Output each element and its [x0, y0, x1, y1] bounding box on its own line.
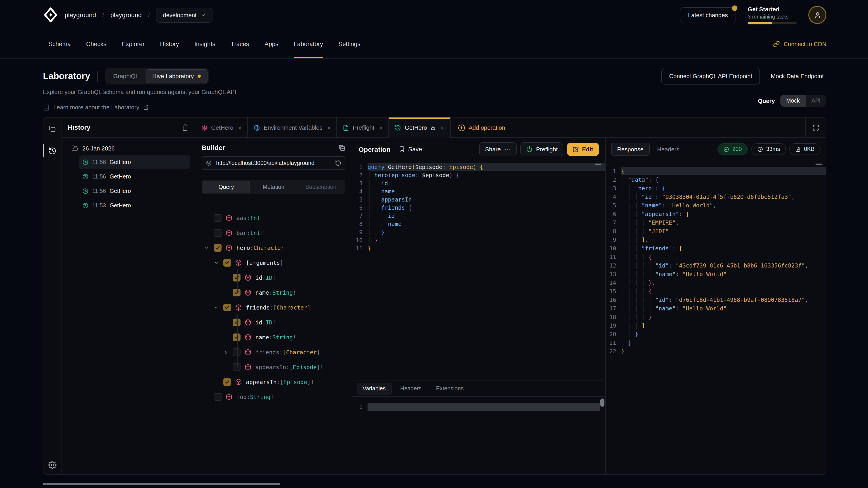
- query-mode-mock[interactable]: Mock: [780, 95, 806, 107]
- edit-button[interactable]: Edit: [567, 142, 599, 156]
- connect-to-cdn-button[interactable]: Connect to CDN: [773, 30, 827, 58]
- builder-field-aaa[interactable]: aaa: Int: [202, 210, 345, 225]
- tab-preflight[interactable]: Preflight×: [337, 118, 389, 138]
- field-checkbox[interactable]: [214, 393, 221, 401]
- nav-tab-schema[interactable]: Schema: [49, 30, 71, 58]
- nav-tab-apps[interactable]: Apps: [265, 30, 278, 58]
- field-checkbox[interactable]: [223, 304, 231, 311]
- latest-changes-button[interactable]: Latest changes: [680, 7, 736, 23]
- tab-environment-variables[interactable]: Environment Variables×: [248, 118, 337, 138]
- field-checkbox[interactable]: [233, 274, 241, 282]
- field-checkbox[interactable]: [214, 214, 221, 222]
- horizontal-scrollbar[interactable]: [43, 483, 280, 485]
- link-icon: [773, 41, 780, 47]
- builder-field-appearsIn[interactable]: appearsIn: [Episode]!: [202, 375, 345, 390]
- breadcrumb-project[interactable]: playground: [110, 11, 142, 19]
- fullscreen-button[interactable]: [805, 118, 826, 138]
- close-tab-icon[interactable]: ×: [327, 124, 331, 131]
- get-started-widget[interactable]: Get Started 3 remaining tasks: [748, 6, 797, 24]
- trash-icon[interactable]: [182, 124, 188, 131]
- bottom-tab-headers[interactable]: Headers: [394, 383, 428, 394]
- builder-field-friends[interactable]: friends: [Character]: [202, 300, 345, 315]
- history-item[interactable]: 11:56GetHero: [79, 184, 190, 198]
- builder-field-friends[interactable]: friends: [Character]: [202, 345, 345, 360]
- workspace-rail: [43, 118, 61, 475]
- history-item[interactable]: 11:53GetHero: [79, 199, 190, 213]
- graphql-icon: [201, 125, 208, 131]
- field-checkbox[interactable]: [233, 363, 241, 371]
- builder-field-id[interactable]: id: ID!: [202, 315, 345, 330]
- learn-more-link[interactable]: Learn more about the Laboratory: [43, 104, 238, 111]
- settings-gear-icon[interactable]: [43, 461, 61, 469]
- builder-field-appearsIn[interactable]: appearsIn: [Episode]!: [202, 360, 345, 375]
- nav-tab-history[interactable]: History: [160, 30, 179, 58]
- power-icon: [526, 146, 532, 152]
- close-tab-icon[interactable]: ×: [379, 124, 382, 131]
- field-checkbox[interactable]: [214, 244, 221, 252]
- history-rail-icon[interactable]: [46, 144, 59, 157]
- bottom-tab-variables[interactable]: Variables: [357, 383, 392, 394]
- query-mode-api[interactable]: API: [806, 95, 827, 107]
- builder-field-arguments[interactable]: [arguments]: [202, 255, 345, 270]
- nav-tab-laboratory[interactable]: Laboratory: [294, 30, 323, 58]
- field-checkbox[interactable]: [233, 319, 241, 326]
- optype-query[interactable]: Query: [203, 181, 250, 193]
- target-selector[interactable]: development: [156, 7, 213, 22]
- query-editor[interactable]: 1query GetHero($episode: Episode) {2│ he…: [352, 160, 605, 380]
- field-checkbox[interactable]: [223, 259, 231, 267]
- history-item[interactable]: 11:56GetHero: [79, 170, 190, 184]
- get-started-subtitle: 3 remaining tasks: [748, 14, 797, 19]
- tab-gethero[interactable]: GetHero×: [195, 118, 248, 138]
- optype-mutation[interactable]: Mutation: [250, 181, 297, 193]
- nav-tab-traces[interactable]: Traces: [231, 30, 249, 58]
- builder-field-hero[interactable]: hero: Character: [202, 240, 345, 255]
- builder-field-name[interactable]: name: String!: [202, 285, 345, 300]
- share-button[interactable]: Share⋯: [479, 142, 517, 156]
- endpoint-url-input[interactable]: [215, 160, 332, 167]
- connect-endpoint-button[interactable]: Connect GraphQL API Endpoint: [661, 68, 760, 85]
- lab-mode-graphiql[interactable]: GraphiQL: [106, 69, 146, 83]
- bottom-tab-extensions[interactable]: Extensions: [430, 383, 469, 394]
- history-item[interactable]: 11:56GetHero: [79, 156, 190, 169]
- code-line: 12│ │ │ │ │ "id": "43cdf739-81c6-45b1-b8…: [606, 261, 826, 270]
- code-line: 20│ │ }: [606, 330, 826, 338]
- scroll-marker: [595, 164, 601, 165]
- close-tab-icon[interactable]: ×: [238, 124, 241, 131]
- field-checkbox[interactable]: [233, 348, 241, 356]
- scrollbar-thumb[interactable]: [600, 398, 604, 407]
- mock-endpoint-button[interactable]: Mock Data Endpoint: [768, 72, 827, 80]
- builder-field-foo[interactable]: foo: String!: [202, 390, 345, 404]
- nav-tab-explorer[interactable]: Explorer: [122, 30, 145, 58]
- refresh-icon[interactable]: [335, 160, 341, 166]
- close-tab-icon[interactable]: ×: [440, 124, 444, 131]
- optype-subscription[interactable]: Subscription: [297, 181, 344, 193]
- field-checkbox[interactable]: [223, 378, 231, 386]
- nav-tab-insights[interactable]: Insights: [194, 30, 215, 58]
- preflight-button[interactable]: Preflight: [520, 142, 563, 156]
- builder-field-bar[interactable]: bar: Int!: [202, 225, 345, 240]
- lab-mode-hive-laboratory[interactable]: Hive Laboratory: [146, 69, 208, 83]
- history-date-group[interactable]: 26 Jan 2026: [71, 145, 190, 152]
- breadcrumb-org[interactable]: playground: [65, 11, 96, 19]
- tab-gethero[interactable]: GetHero×: [389, 118, 451, 138]
- response-tab-headers[interactable]: Headers: [651, 142, 685, 156]
- nav-tab-settings[interactable]: Settings: [338, 30, 361, 58]
- field-checkbox[interactable]: [233, 289, 241, 296]
- builder-field-id[interactable]: id: ID!: [202, 270, 345, 285]
- code-line: 3│ │ id: [352, 180, 605, 188]
- add-operation-button[interactable]: Add operation: [451, 118, 513, 138]
- collapse-panel-icon[interactable]: [338, 144, 345, 151]
- response-tab-response[interactable]: Response: [611, 142, 649, 156]
- builder-field-name[interactable]: name: String!: [202, 330, 345, 345]
- type-cube-icon: [245, 319, 251, 326]
- avatar[interactable]: [808, 6, 827, 24]
- nav-tab-checks[interactable]: Checks: [86, 30, 106, 58]
- field-checkbox[interactable]: [214, 229, 221, 237]
- collections-icon[interactable]: [46, 122, 59, 135]
- type-cube-icon: [235, 259, 242, 266]
- field-checkbox[interactable]: [233, 333, 241, 341]
- variables-editor[interactable]: 1: [352, 397, 605, 475]
- hive-logo[interactable]: [43, 7, 58, 23]
- response-viewer[interactable]: 1{2│ "data": {3│ │ "hero": {4│ │ │ "id":…: [606, 160, 826, 475]
- save-button[interactable]: Save: [399, 146, 422, 153]
